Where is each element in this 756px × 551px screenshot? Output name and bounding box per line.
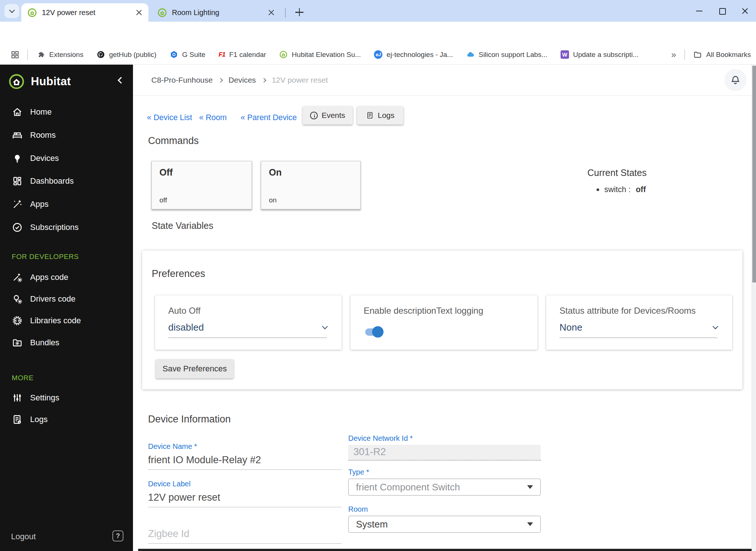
notifications-button[interactable] [724, 69, 746, 91]
cutoff-element [138, 549, 756, 551]
all-bookmarks-button[interactable]: All Bookmarks [693, 50, 751, 59]
command-off-button[interactable]: Off off [151, 161, 252, 209]
tab-device[interactable]: 12V power reset [21, 3, 148, 22]
sidebar-item-dashboards[interactable]: Dashboards [0, 170, 133, 192]
sidebar-item-devices[interactable]: Devices [0, 148, 133, 169]
wand-gear-icon [12, 272, 23, 283]
breadcrumb-devices[interactable]: Devices [228, 76, 256, 84]
browser-toolbar: Not secure 192.168.1.102/device/edit/307… [0, 22, 756, 45]
sidebar-item-drivers-code[interactable]: Drivers code [0, 288, 133, 310]
chevron-right-icon [262, 78, 266, 83]
sidebar-item-apps-code[interactable]: Apps code [0, 267, 133, 288]
window-controls [688, 0, 756, 22]
info-icon [310, 112, 318, 119]
status-attribute-select[interactable]: None [559, 322, 717, 338]
folder-icon [693, 50, 702, 59]
bookmark-extensions[interactable]: Extensions [37, 50, 83, 59]
help-button[interactable]: ? [112, 530, 123, 541]
magic-wand-icon [12, 199, 23, 210]
bookmark-ej-technologies[interactable]: eJ ej-technologies - Ja... [374, 50, 453, 59]
close-tab-icon[interactable] [268, 9, 275, 16]
save-preferences-button[interactable]: Save Preferences [156, 359, 234, 378]
hubitat-icon [279, 50, 288, 59]
hubitat-favicon [157, 8, 167, 18]
tab-room-lighting[interactable]: Room Lighting [151, 3, 281, 22]
browser-tab-strip: 12V power reset Room Lighting [0, 0, 756, 22]
current-states-title: Current States [587, 168, 647, 178]
room-link[interactable]: « Room [199, 113, 227, 122]
logout-button[interactable]: Logout [11, 532, 36, 541]
room-label: Room [348, 505, 541, 514]
events-button[interactable]: Events [303, 106, 353, 125]
logs-button[interactable]: Logs [357, 106, 403, 125]
state-variables-title: State Variables [152, 220, 213, 231]
sidebar-item-home[interactable]: Home [0, 101, 133, 123]
auto-off-select[interactable]: disabled [168, 322, 327, 338]
github-icon [97, 50, 105, 59]
tab-search-button[interactable] [4, 4, 19, 18]
logging-card: Enable descriptionText logging [350, 295, 537, 350]
bookmark-silicon-labs[interactable]: Silicon support Labs... [466, 50, 547, 59]
section-for-developers: FOR DEVELOPERS [12, 253, 79, 261]
hubitat-logo-icon [8, 73, 25, 90]
zigbee-id-input[interactable] [148, 527, 342, 544]
dashboard-icon [12, 176, 23, 187]
command-on-button[interactable]: On on [261, 161, 361, 209]
bookmark-gsuite[interactable]: G Suite [170, 50, 205, 59]
device-name-input[interactable] [148, 453, 342, 470]
sidebar-item-rooms[interactable]: Rooms [0, 125, 133, 146]
sidebar-item-libraries-code[interactable]: Libraries code [0, 310, 133, 331]
bookmarks-overflow-icon[interactable]: » [671, 50, 676, 60]
main-content: C8-Pro-Funhouse Devices 12V power reset … [133, 65, 756, 551]
sidebar-item-apps[interactable]: Apps [0, 194, 133, 215]
bullet-icon [597, 188, 599, 191]
bookmark-update-subscription[interactable]: W Update a subscripti... [561, 50, 638, 59]
bed-icon [12, 130, 23, 141]
close-tab-icon[interactable] [136, 9, 143, 16]
lightbulb-icon [12, 153, 23, 164]
chevron-down-icon [713, 324, 719, 329]
current-state-switch: switch : off [597, 185, 646, 194]
device-information-title: Device Information [148, 414, 231, 425]
commands-title: Commands [148, 135, 199, 147]
window-close-icon[interactable] [733, 0, 756, 22]
type-select[interactable]: frient Component Switch [348, 479, 541, 496]
gsuite-icon [170, 50, 178, 59]
sliders-icon [12, 392, 23, 403]
parent-device-link[interactable]: « Parent Device [241, 113, 297, 122]
sidebar-item-bundles[interactable]: Bundles [0, 332, 133, 353]
minimize-icon[interactable] [688, 0, 710, 22]
device-list-link[interactable]: « Device List [147, 113, 192, 122]
hubitat-favicon [27, 8, 37, 18]
bell-icon [730, 75, 741, 86]
sidebar-item-logs[interactable]: Logs [0, 409, 133, 430]
dropdown-caret-icon [527, 485, 533, 489]
room-select[interactable]: System [348, 516, 541, 533]
chevron-down-icon [322, 324, 328, 329]
bookmark-hubitat[interactable]: Hubitat Elevation Su... [279, 50, 361, 59]
bookmark-github[interactable]: getHub (public) [97, 50, 156, 59]
status-attribute-card: Status attribute for Devices/Rooms None [546, 295, 732, 350]
logging-label: Enable descriptionText logging [364, 306, 483, 316]
toggle-knob [372, 326, 384, 338]
apps-grid-icon[interactable] [10, 50, 20, 60]
doc-info-icon [12, 414, 23, 425]
brand: Hubitat [0, 71, 133, 93]
new-tab-button[interactable] [292, 6, 306, 19]
breadcrumb-hub[interactable]: C8-Pro-Funhouse [151, 76, 213, 84]
scrollbar-thumb[interactable] [752, 66, 756, 282]
device-label-field: Device Label [148, 480, 342, 507]
folder-gear-icon [12, 337, 23, 348]
tab-title: 12V power reset [42, 8, 132, 17]
document-icon [366, 111, 374, 119]
device-label-input[interactable] [148, 490, 342, 507]
logging-toggle[interactable] [365, 328, 382, 336]
page-scrollbar[interactable] [752, 65, 756, 551]
maximize-icon[interactable] [710, 0, 733, 22]
dropdown-caret-icon [527, 522, 533, 526]
sidebar-item-settings[interactable]: Settings [0, 387, 133, 408]
bookmark-f1-calendar[interactable]: F1 F1 calendar [219, 51, 266, 59]
cloud-icon [466, 50, 475, 59]
sidebar-item-subscriptions[interactable]: Subscriptions [0, 217, 133, 238]
bookmarks-divider [684, 50, 685, 60]
